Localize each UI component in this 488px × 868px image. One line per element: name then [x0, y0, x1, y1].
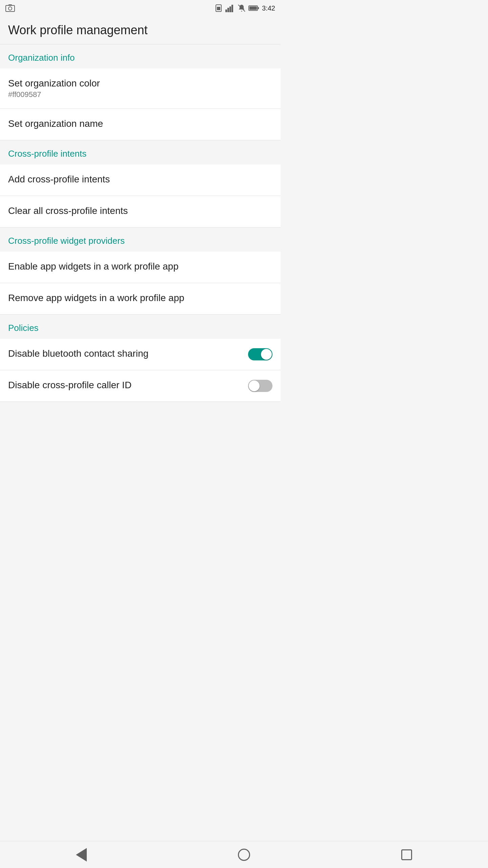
disable-bluetooth-title: Disable bluetooth contact sharing: [8, 348, 148, 359]
section-policies: Policies: [0, 315, 281, 339]
svg-rect-8: [231, 5, 233, 12]
section-organization-info: Organization info: [0, 44, 281, 68]
svg-rect-4: [217, 7, 220, 10]
content-area: Organization info Set organization color…: [0, 44, 281, 402]
svg-point-1: [8, 7, 12, 10]
section-title-cross-profile-intents: Cross-profile intents: [8, 149, 272, 159]
battery-icon: [248, 4, 259, 12]
svg-rect-2: [8, 4, 12, 6]
svg-rect-11: [249, 6, 257, 10]
status-bar: 3:42: [0, 0, 281, 16]
set-org-color-title: Set organization color: [8, 78, 272, 89]
section-title-widget-providers: Cross-profile widget providers: [8, 236, 272, 246]
set-org-color-subtitle: #ff009587: [8, 90, 272, 99]
list-item-remove-app-widgets[interactable]: Remove app widgets in a work profile app: [0, 283, 281, 315]
status-time: 3:42: [262, 4, 275, 12]
signal-icon: [225, 4, 235, 12]
app-title: Work profile management: [8, 23, 272, 37]
status-bar-left: [5, 4, 15, 12]
disable-caller-id-title: Disable cross-profile caller ID: [8, 380, 131, 391]
section-title-policies: Policies: [8, 323, 272, 333]
clear-cross-profile-intents-title: Clear all cross-profile intents: [8, 205, 272, 216]
section-cross-profile-intents: Cross-profile intents: [0, 140, 281, 164]
remove-app-widgets-title: Remove app widgets in a work profile app: [8, 293, 272, 303]
svg-rect-7: [229, 6, 231, 12]
list-item-enable-app-widgets[interactable]: Enable app widgets in a work profile app: [0, 252, 281, 283]
section-cross-profile-widget-providers: Cross-profile widget providers: [0, 228, 281, 252]
photo-icon: [5, 4, 15, 12]
list-item-set-org-name[interactable]: Set organization name: [0, 109, 281, 140]
list-item-disable-bluetooth[interactable]: Disable bluetooth contact sharing: [0, 339, 281, 370]
notification-icon: [238, 4, 246, 12]
add-cross-profile-intents-title: Add cross-profile intents: [8, 174, 272, 185]
svg-rect-0: [6, 5, 15, 12]
list-item-set-org-color[interactable]: Set organization color #ff009587: [0, 68, 281, 109]
svg-rect-12: [258, 7, 259, 9]
svg-rect-6: [227, 8, 229, 12]
toggle-knob-disable-caller-id: [249, 380, 260, 391]
toggle-disable-bluetooth[interactable]: [248, 348, 272, 360]
list-item-clear-cross-profile-intents[interactable]: Clear all cross-profile intents: [0, 196, 281, 228]
status-bar-right: 3:42: [215, 4, 275, 12]
enable-app-widgets-title: Enable app widgets in a work profile app: [8, 261, 272, 272]
section-title-org-info: Organization info: [8, 53, 272, 63]
toggle-knob-disable-bluetooth: [261, 349, 272, 360]
toggle-disable-caller-id[interactable]: [248, 380, 272, 392]
app-header: Work profile management: [0, 16, 281, 44]
list-item-disable-caller-id[interactable]: Disable cross-profile caller ID: [0, 370, 281, 402]
set-org-name-title: Set organization name: [8, 118, 272, 129]
list-item-add-cross-profile-intents[interactable]: Add cross-profile intents: [0, 164, 281, 196]
svg-rect-5: [225, 9, 227, 12]
sim-icon: [215, 4, 223, 12]
